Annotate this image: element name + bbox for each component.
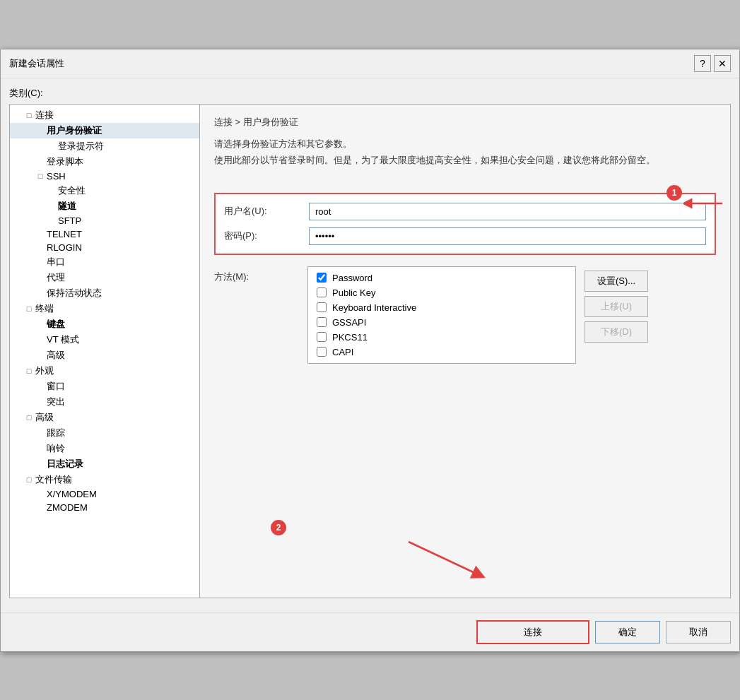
method-checkbox-pubkey[interactable] bbox=[317, 287, 327, 297]
method-label: 方法(M): bbox=[214, 266, 299, 364]
tree-item-login-prompt[interactable]: 登录提示符 bbox=[10, 138, 199, 154]
expander-icon: □ bbox=[24, 304, 34, 313]
move-up-button[interactable]: 上移(U) bbox=[585, 296, 648, 317]
close-button[interactable]: ✕ bbox=[714, 55, 731, 72]
help-button[interactable]: ? bbox=[694, 55, 711, 72]
method-item-capi: CAPI bbox=[317, 347, 567, 357]
tree-item-advanced2[interactable]: □ 高级 bbox=[10, 410, 199, 425]
tree-item-logging[interactable]: 日志记录 bbox=[10, 456, 199, 472]
method-checkbox-keyboard-interactive[interactable] bbox=[317, 302, 327, 312]
tree-item-ssh[interactable]: □ SSH bbox=[10, 170, 199, 183]
tree-label: 响铃 bbox=[47, 442, 65, 455]
main-area: □ 连接 用户身份验证 登录提示符 登录脚本 □ SSH bbox=[9, 104, 731, 598]
tree-item-keepalive[interactable]: 保持活动状态 bbox=[10, 285, 199, 301]
tree-item-keyboard[interactable]: 键盘 bbox=[10, 316, 199, 332]
category-label: 类别(C): bbox=[9, 87, 731, 100]
expander-icon: □ bbox=[24, 413, 34, 422]
tree-item-rlogin[interactable]: RLOGIN bbox=[10, 241, 199, 254]
tree-item-xymodem[interactable]: X/YMODEM bbox=[10, 487, 199, 501]
method-list: Password Public Key Keyboard Interactive bbox=[307, 266, 576, 364]
method-item-gssapi: GSSAPI bbox=[317, 317, 567, 328]
tree-label: 安全性 bbox=[58, 184, 86, 197]
username-row: 用户名(U): bbox=[224, 203, 706, 220]
move-down-button[interactable]: 下移(D) bbox=[585, 321, 648, 343]
tree-item-telnet[interactable]: TELNET bbox=[10, 227, 199, 241]
dialog-body: 类别(C): □ 连接 用户身份验证 登录提示符 登录脚本 bbox=[1, 78, 739, 607]
method-checkbox-password[interactable] bbox=[317, 273, 327, 283]
username-input[interactable] bbox=[309, 203, 706, 220]
expander-icon: □ bbox=[24, 111, 34, 119]
tree-item-appearance[interactable]: □ 外观 bbox=[10, 363, 199, 379]
tree-item-sftp[interactable]: SFTP bbox=[10, 214, 199, 227]
tree-label: VT 模式 bbox=[47, 333, 79, 346]
tree-item-auth[interactable]: 用户身份验证 bbox=[10, 123, 199, 138]
method-checkbox-gssapi[interactable] bbox=[317, 317, 327, 327]
ok-button[interactable]: 确定 bbox=[595, 621, 660, 643]
tree-item-vt-mode[interactable]: VT 模式 bbox=[10, 332, 199, 348]
tree-label: 外观 bbox=[35, 364, 54, 377]
content-panel: 连接 > 用户身份验证 请选择身份验证方法和其它参数。 使用此部分以节省登录时间… bbox=[200, 104, 731, 598]
tree-item-bell[interactable]: 响铃 bbox=[10, 441, 199, 456]
tree-label: 突出 bbox=[47, 396, 65, 408]
password-row: 密码(P): bbox=[224, 227, 706, 245]
tree-label: 用户身份验证 bbox=[47, 124, 102, 137]
tree-label: 高级 bbox=[47, 349, 65, 362]
tree-label: SFTP bbox=[58, 215, 81, 226]
tree-label: 代理 bbox=[47, 271, 65, 284]
tree-item-security[interactable]: 安全性 bbox=[10, 183, 199, 198]
tree-item-filetransfer[interactable]: □ 文件传输 bbox=[10, 472, 199, 487]
method-item-pubkey: Public Key bbox=[317, 287, 567, 298]
tree-label: 保持活动状态 bbox=[47, 287, 102, 299]
annotation-1: 1 bbox=[666, 172, 726, 214]
badge-1: 1 bbox=[666, 185, 682, 201]
tree-label: X/YMODEM bbox=[47, 489, 97, 499]
method-item-pkcs11: PKCS11 bbox=[317, 332, 567, 343]
expander-icon: □ bbox=[24, 367, 34, 375]
method-item-password: Password bbox=[317, 273, 567, 283]
tree-item-trace[interactable]: 跟踪 bbox=[10, 425, 199, 441]
tree-item-connection[interactable]: □ 连接 bbox=[10, 107, 199, 123]
tree-item-zmodem[interactable]: ZMODEM bbox=[10, 501, 199, 514]
cancel-button[interactable]: 取消 bbox=[666, 621, 731, 643]
tree-item-advanced-term[interactable]: 高级 bbox=[10, 348, 199, 363]
tree-item-tunnel[interactable]: 隧道 bbox=[10, 198, 199, 214]
method-checkbox-pkcs11[interactable] bbox=[317, 332, 327, 342]
tree-label: 登录提示符 bbox=[58, 140, 104, 153]
method-label-pubkey: Public Key bbox=[332, 287, 375, 298]
method-label-password: Password bbox=[332, 273, 372, 283]
tree-label: 键盘 bbox=[47, 318, 65, 331]
tree-label: 跟踪 bbox=[47, 427, 65, 439]
tree-panel: □ 连接 用户身份验证 登录提示符 登录脚本 □ SSH bbox=[9, 104, 200, 598]
tree-label: 串口 bbox=[47, 256, 65, 268]
tree-label: 连接 bbox=[35, 109, 54, 121]
expander-icon: □ bbox=[24, 475, 34, 484]
tree-label: 隧道 bbox=[58, 200, 76, 213]
tree-label: TELNET bbox=[47, 229, 82, 239]
title-buttons: ? ✕ bbox=[694, 55, 731, 72]
method-label-pkcs11: PKCS11 bbox=[332, 332, 368, 343]
tree-item-login-script[interactable]: 登录脚本 bbox=[10, 154, 199, 170]
tree-item-terminal[interactable]: □ 终端 bbox=[10, 301, 199, 316]
tree-item-highlight[interactable]: 突出 bbox=[10, 394, 199, 410]
tree-label: 高级 bbox=[35, 411, 54, 424]
spacer bbox=[214, 364, 716, 520]
annotation-2-area: 2 bbox=[214, 520, 716, 581]
form-section: 用户名(U): 密码(P): bbox=[214, 193, 716, 255]
description-2: 使用此部分以节省登录时间。但是，为了最大限度地提高安全性，如果担心安全问题，建议… bbox=[214, 153, 716, 167]
password-input[interactable] bbox=[309, 227, 706, 245]
method-checkbox-capi[interactable] bbox=[317, 347, 327, 357]
settings-button[interactable]: 设置(S)... bbox=[585, 271, 648, 292]
method-label-gssapi: GSSAPI bbox=[332, 317, 366, 328]
username-label: 用户名(U): bbox=[224, 205, 309, 218]
badge-2-row: 2 bbox=[271, 520, 286, 535]
svg-line-3 bbox=[409, 542, 479, 575]
tree-item-window[interactable]: 窗口 bbox=[10, 379, 199, 394]
footer: 连接 确定 取消 bbox=[1, 612, 739, 651]
form-wrapper: 用户名(U): 密码(P): 1 bbox=[214, 182, 716, 255]
connect-button[interactable]: 连接 bbox=[476, 620, 589, 644]
tree-item-proxy[interactable]: 代理 bbox=[10, 270, 199, 285]
tree-item-serial[interactable]: 串口 bbox=[10, 254, 199, 270]
dialog-title: 新建会话属性 bbox=[9, 57, 64, 70]
tree-label: 窗口 bbox=[47, 380, 65, 393]
tree-label: RLOGIN bbox=[47, 242, 82, 253]
